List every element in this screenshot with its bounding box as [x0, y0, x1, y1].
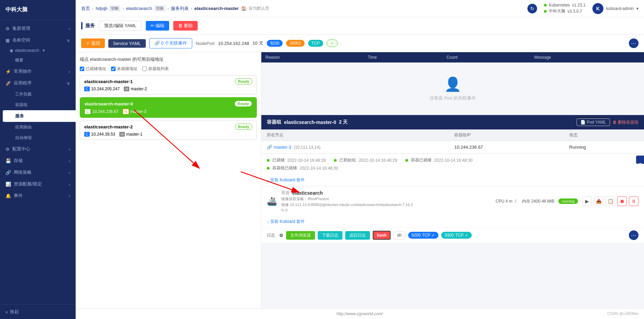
- container-section: 🚢 容器 elasticsearch 镜像抓取策略：IfNotPresent 镜…: [261, 186, 644, 243]
- node-icon-1: H: [123, 109, 129, 114]
- sidebar-group-quota[interactable]: 📊 资源配额/限定 ›: [0, 178, 76, 190]
- sidebar-group-network-policy[interactable]: 🔗 网络策略 ›: [0, 167, 76, 178]
- sidebar-group-namespace[interactable]: ▦ 名称空间 ∨: [0, 34, 76, 46]
- port2-icon: ✓: [465, 233, 468, 238]
- ip-icon-1: C: [85, 109, 91, 114]
- endpoint-card-2[interactable]: elasticsearch-master-2 Ready C 10.244.39…: [80, 121, 257, 140]
- sidebar-item-overview[interactable]: 概要: [0, 55, 76, 66]
- service-yaml-button[interactable]: Service YAML: [108, 39, 146, 48]
- container-action-btn-4[interactable]: ⏹: [617, 196, 627, 206]
- sidebar-item-services[interactable]: 服务: [3, 110, 76, 122]
- breadcrumb-tag-2: 切换: [154, 5, 165, 11]
- sidebar-group-cluster[interactable]: ⚙ 集群管理 ›: [0, 23, 76, 34]
- chevron-right-icon6: ›: [69, 182, 70, 187]
- doc-icon: 📄: [580, 120, 586, 125]
- port1-icon: ✓: [432, 233, 435, 238]
- sidebar-group-common-ops[interactable]: ⚡ 常用操作 ›: [0, 66, 76, 77]
- breadcrumb-hdjsjb[interactable]: hdjsjb: [96, 6, 107, 11]
- pod-group-header: 容器组 elasticsearch-master-0 2 天 📄 Pod YAM…: [261, 115, 644, 129]
- sidebar-item-workloads[interactable]: 工作负载: [0, 89, 76, 100]
- chevron-down-icon2: ∨: [67, 81, 70, 86]
- topbar-right: ↻ Kubernetes v1.23.1 中科大脑 v3.3.0.7 K kub…: [527, 3, 638, 14]
- chevron-right-icon2: ›: [69, 69, 70, 74]
- sidebar-group-apps[interactable]: 🚀 应用程序 ∨: [0, 77, 76, 89]
- restart-icon: ↻: [281, 208, 284, 212]
- user-badge[interactable]: K kuboard-admin ▾: [592, 3, 638, 14]
- endpoint-name-1: elasticsearch-master-0: [85, 101, 133, 106]
- username: kuboard-admin: [606, 6, 634, 11]
- container-image: 镜像 10.111.13.4:8080/jsjb/docker.elastic.…: [281, 202, 492, 207]
- sidebar-item-ingress[interactable]: 应用路由: [0, 122, 76, 133]
- filter-containers-checkbox[interactable]: [142, 67, 147, 71]
- common-ops-icon: ⚡: [6, 69, 11, 74]
- container-action-btns: ▶ 📤 📋 ⏹ ⏸: [582, 196, 638, 206]
- pod-delete-button[interactable]: 🗑 删除容器组: [613, 119, 638, 125]
- filter-not-ready-checkbox[interactable]: [111, 67, 116, 71]
- container-action-btn-1[interactable]: ▶: [582, 196, 592, 206]
- breadcrumb-service-list[interactable]: 服务列表: [171, 5, 189, 12]
- breadcrumb-home[interactable]: 首页: [81, 5, 90, 12]
- sidebar-item-pods[interactable]: 容器组: [0, 100, 76, 110]
- empty-icon: 👤: [275, 76, 630, 92]
- probed-label: 已就绪: [272, 157, 285, 163]
- probed-dot: [267, 159, 270, 162]
- container-action-btn-2[interactable]: 📤: [594, 196, 603, 206]
- filter-not-ready-check[interactable]: 未就绪地址: [111, 66, 138, 72]
- delete-button[interactable]: 🗑 删除: [173, 21, 198, 31]
- pod-node-ip: (10.111.13.14): [293, 145, 320, 150]
- refresh-button[interactable]: ↻: [527, 4, 537, 13]
- events-icon: 🔔: [6, 193, 11, 198]
- events-button[interactable]: 🔗 0 个关联事件: [149, 38, 192, 48]
- k8s-label: Kubernetes: [549, 3, 570, 8]
- back-button[interactable]: ∨ 返回: [81, 38, 105, 48]
- endpoint-card-1[interactable]: elasticsearch-master-0 Ready C 10.244.23…: [80, 97, 257, 118]
- filter-ready-checkbox[interactable]: [80, 67, 84, 71]
- install-kuboard-btn[interactable]: ↓ 安装 Kuboard 套件: [261, 174, 644, 186]
- chevron-down-icon: ∨: [67, 38, 70, 43]
- file-browse-button[interactable]: 文件浏览器: [286, 231, 315, 240]
- pod-yaml-button[interactable]: 📄 Pod YAML: [577, 118, 610, 126]
- sidebar-group-config[interactable]: ⚙ 配置中心 ›: [0, 143, 76, 155]
- feedback-tab[interactable]: 反馈: [636, 156, 644, 164]
- filter-containers-check[interactable]: 容器组列表: [142, 66, 169, 72]
- node-port-label: NodePort: [196, 41, 215, 46]
- bash-button[interactable]: bash: [373, 231, 391, 240]
- container-ready-dot: [405, 159, 408, 162]
- view-yaml-button[interactable]: 预览/编辑 YAML: [99, 21, 142, 31]
- install-kuboard-container-btn[interactable]: ↓ 安装 Kuboard 套件: [261, 216, 644, 227]
- pod-node-link[interactable]: master-3: [274, 145, 293, 150]
- log-more-button[interactable]: ⋯: [629, 230, 638, 240]
- pod-group: 容器组 elasticsearch-master-0 2 天 📄 Pod YAM…: [261, 115, 644, 243]
- apps-icon: 🚀: [6, 81, 11, 86]
- initialized-dot: [334, 159, 337, 162]
- container-action-btn-5[interactable]: ⏸: [629, 196, 638, 206]
- left-panel: 端点 elasticsearch-master 的可用后端地址 已就绪地址 未就…: [76, 52, 261, 308]
- sidebar-collapse-btn[interactable]: « 收起: [0, 304, 76, 319]
- container-action-btn-3[interactable]: 📋: [605, 196, 615, 206]
- tail-log-button[interactable]: 追踪日志: [345, 231, 370, 240]
- version-info: Kubernetes v1.23.1 中科大脑 v3.3.0.7: [544, 3, 586, 14]
- col-node-header: 所在节点: [261, 129, 449, 141]
- endpoint-node-1: H master-3: [123, 109, 146, 114]
- edit-button[interactable]: ✏ 编辑: [146, 21, 170, 31]
- sh-button[interactable]: sh: [393, 231, 405, 239]
- breadcrumb-elasticsearch[interactable]: elasticsearch: [126, 6, 152, 11]
- right-panel: Reason Time Count Message 👤 没有该 Pod 的关联事…: [261, 52, 644, 308]
- endpoint-name-2: elasticsearch-master-2: [84, 124, 133, 129]
- filter-ready-check[interactable]: 已就绪地址: [80, 66, 106, 72]
- link-icon: 🔗: [154, 41, 160, 46]
- container-resources: CPU 4 m / 内存 2400.48 MiB: [496, 198, 555, 204]
- container-icon: 🚢: [267, 196, 277, 206]
- download-log-button[interactable]: 下载日志: [318, 231, 342, 240]
- edit-icon: ✏: [151, 23, 154, 28]
- sidebar-item-autoscale[interactable]: 自动伸缩: [0, 133, 76, 143]
- sidebar-group-storage[interactable]: 💾 存储 ›: [0, 155, 76, 167]
- lifecycle-row: 已就绪 2022-10-14 16:48:28 已初始化 2022-10-14 …: [267, 157, 638, 163]
- trash-icon: 🗑: [613, 120, 617, 125]
- col-message: Message: [530, 52, 644, 62]
- sidebar-group-events[interactable]: 🔔 事件 ›: [0, 190, 76, 202]
- endpoint-card-0[interactable]: elasticsearch-master-1 Ready C 10.244.20…: [80, 75, 257, 94]
- cpu-label: CPU 4 m: [496, 199, 513, 204]
- more-button[interactable]: ⋯: [629, 38, 638, 48]
- namespace-item-elasticsearch[interactable]: ◉ elasticsearch ▾: [0, 46, 76, 55]
